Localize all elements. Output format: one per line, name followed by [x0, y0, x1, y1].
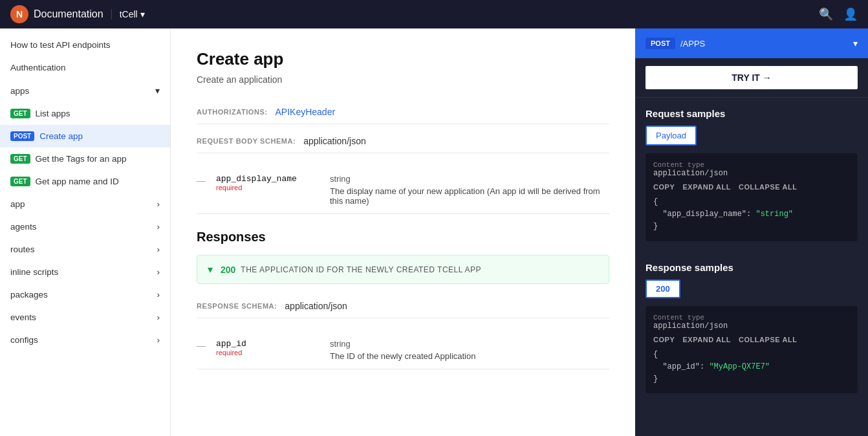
sidebar-item-routes-section[interactable]: routes ›	[0, 238, 170, 261]
sidebar-item-get-tags[interactable]: GET Get the Tags for an app	[0, 147, 170, 170]
sidebar-item-how-to-test[interactable]: How to test API endpoints	[0, 34, 170, 56]
auth-link[interactable]: APIKeyHeader	[275, 107, 335, 117]
response-code-block: Content type application/json COPY EXPAN…	[646, 306, 858, 394]
request-body-value: application/json	[303, 136, 366, 146]
chevron-right-icon: ›	[157, 335, 160, 345]
chevron-down-icon: ▾	[208, 263, 213, 276]
logo[interactable]: N Documentation	[10, 5, 103, 23]
param-name: app_display_name	[216, 174, 320, 184]
response-code: 200	[221, 265, 235, 275]
sidebar-item-label: Create app	[39, 131, 83, 141]
response-200-row[interactable]: ▾ 200 THE APPLICATION ID FOR THE NEWLY C…	[197, 255, 609, 284]
content-type-value: application/json	[653, 169, 728, 178]
request-body-label: REQUEST BODY SCHEMA:	[197, 137, 296, 145]
param-required: required	[216, 184, 320, 191]
collapse-all-button[interactable]: COLLAPSE ALL	[739, 183, 797, 191]
sidebar-item-agents-section[interactable]: agents ›	[0, 215, 170, 238]
sidebar-item-authentication[interactable]: Authentication	[0, 56, 170, 79]
get-badge: GET	[10, 154, 30, 164]
authorizations-row: AUTHORIZATIONS: APIKeyHeader	[197, 100, 609, 124]
response-samples-title: Response samples	[646, 262, 858, 273]
responses-title: Responses	[197, 230, 609, 245]
sidebar-item-label: List apps	[36, 109, 71, 118]
sidebar-item-label: Get app name and ID	[36, 177, 119, 186]
param-description: The ID of the newly created Application	[330, 351, 475, 361]
code-meta: Content type application/json	[653, 161, 850, 178]
copy-button[interactable]: COPY	[653, 183, 675, 191]
sidebar-item-label: agents	[10, 222, 37, 232]
param-details: string The ID of the newly created Appli…	[330, 339, 475, 361]
expand-all-button[interactable]: EXPAND ALL	[682, 336, 731, 343]
code-meta: Content type application/json	[653, 314, 850, 331]
response-tab-200[interactable]: 200	[646, 279, 680, 298]
payload-tab[interactable]: Payload	[646, 125, 697, 146]
code-line-close: }	[653, 221, 850, 233]
content-type-label: Content type	[653, 314, 728, 322]
logo-icon: N	[10, 5, 28, 23]
param-type: string	[330, 174, 609, 184]
request-body-schema-row: REQUEST BODY SCHEMA: application/json	[197, 129, 609, 153]
sidebar-item-label: Get the Tags for an app	[36, 154, 127, 164]
chevron-right-icon: ›	[157, 290, 160, 300]
sidebar-item-label: app	[10, 199, 25, 209]
sidebar-item-label: How to test API endpoints	[10, 40, 111, 50]
page-title: Create app	[197, 49, 609, 69]
chevron-right-icon: ›	[157, 199, 160, 209]
sidebar-item-app-section[interactable]: app ›	[0, 193, 170, 215]
get-badge: GET	[10, 109, 30, 118]
layout: How to test API endpoints Authentication…	[0, 28, 868, 436]
try-it-button[interactable]: TRY IT →	[646, 66, 858, 89]
param-name-block: app_id required	[216, 339, 320, 361]
chevron-right-icon: ›	[157, 245, 160, 254]
chevron-right-icon: ›	[157, 312, 160, 322]
param-app-id: — app_id required string The ID of the n…	[197, 331, 609, 369]
sidebar-item-create-app[interactable]: POST Create app	[0, 125, 170, 147]
user-icon[interactable]: 👤	[843, 7, 858, 21]
header-product[interactable]: tCell ▾	[111, 9, 145, 19]
sidebar: How to test API endpoints Authentication…	[0, 28, 171, 436]
chevron-right-icon: ›	[157, 267, 160, 277]
response-schema-row: RESPONSE SCHEMA: application/json	[197, 294, 609, 318]
sidebar-item-apps-section[interactable]: apps ▾	[0, 79, 170, 102]
code-line-open: {	[653, 349, 850, 361]
dropdown-arrow-icon[interactable]: ▾	[853, 38, 858, 49]
sidebar-item-configs-section[interactable]: configs ›	[0, 329, 170, 351]
expand-all-button[interactable]: EXPAND ALL	[682, 183, 731, 191]
request-code-block: Content type application/json COPY EXPAN…	[646, 153, 858, 241]
sidebar-item-packages-section[interactable]: packages ›	[0, 283, 170, 306]
sidebar-item-label: packages	[10, 290, 48, 300]
copy-button[interactable]: COPY	[653, 336, 675, 343]
page-subtitle: Create an application	[197, 74, 609, 85]
sidebar-item-events-section[interactable]: events ›	[0, 306, 170, 329]
right-panel: POST /APPS ▾ TRY IT → Request samples Pa…	[635, 28, 868, 436]
header: N Documentation tCell ▾ 🔍 👤	[0, 0, 868, 28]
sidebar-item-get-app-name[interactable]: GET Get app name and ID	[0, 170, 170, 193]
sidebar-item-label: routes	[10, 245, 35, 254]
search-icon[interactable]: 🔍	[819, 7, 833, 21]
sidebar-item-label: Authentication	[10, 63, 66, 72]
content-type-value: application/json	[653, 322, 728, 331]
code-actions: COPY EXPAND ALL COLLAPSE ALL	[653, 336, 850, 343]
code-actions: COPY EXPAND ALL COLLAPSE ALL	[653, 183, 850, 191]
product-name: tCell	[120, 9, 138, 19]
response-schema-label: RESPONSE SCHEMA:	[197, 302, 277, 310]
get-badge: GET	[10, 177, 30, 186]
chevron-right-icon: ›	[157, 222, 160, 232]
try-it-container: TRY IT →	[635, 58, 868, 98]
request-samples-section: Request samples Payload Content type app…	[635, 98, 868, 252]
param-name-block: app_display_name required	[216, 174, 320, 206]
sidebar-item-inline-scripts-section[interactable]: inline scripts ›	[0, 261, 170, 283]
request-samples-title: Request samples	[646, 108, 858, 119]
param-required: required	[216, 349, 320, 356]
content-type-block: Content type application/json	[653, 314, 728, 331]
param-type: string	[330, 339, 475, 349]
collapse-all-button[interactable]: COLLAPSE ALL	[739, 336, 797, 343]
sidebar-item-label: configs	[10, 335, 38, 345]
header-actions: 🔍 👤	[819, 7, 858, 21]
chevron-down-icon: ▾	[155, 85, 160, 96]
sidebar-item-list-apps[interactable]: GET List apps	[0, 102, 170, 125]
endpoint-path: /APPS	[680, 39, 848, 49]
sidebar-item-label: apps	[10, 86, 29, 96]
svg-text:N: N	[16, 9, 23, 19]
param-description: The display name of your new application…	[330, 186, 609, 206]
